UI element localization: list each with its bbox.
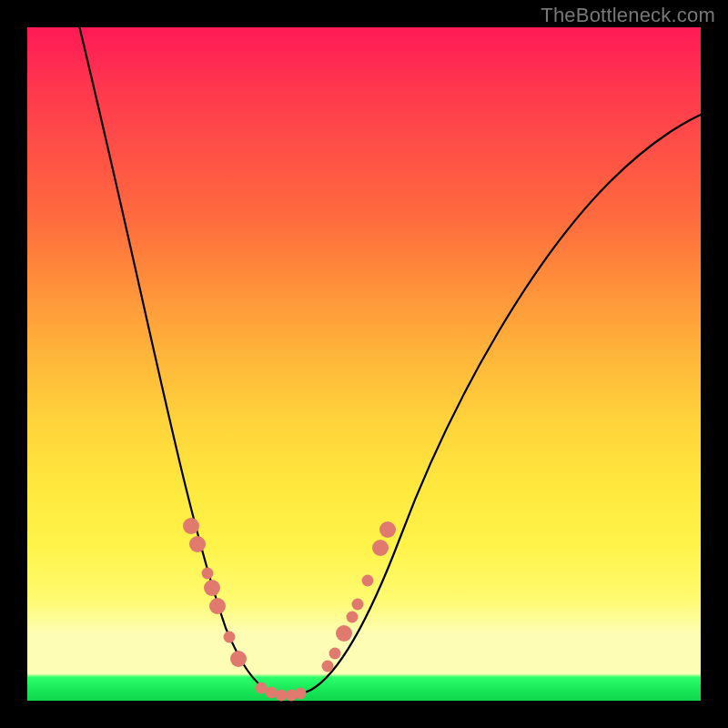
marker-left-6 — [230, 651, 247, 667]
marker-trough-4 — [295, 688, 307, 700]
marker-trough-1 — [266, 687, 278, 699]
marker-right-3 — [347, 612, 359, 623]
marker-right-6 — [372, 540, 389, 556]
marker-right-2 — [336, 625, 352, 642]
marker-right-0 — [322, 661, 334, 672]
watermark-text: TheBottleneck.com — [541, 4, 715, 27]
marker-left-4 — [209, 598, 226, 614]
marker-left-3 — [204, 580, 220, 596]
marker-right-1 — [329, 648, 341, 660]
marker-left-1 — [189, 536, 206, 552]
marker-right-5 — [362, 575, 374, 587]
marker-left-5 — [224, 632, 236, 643]
marker-group — [183, 518, 396, 702]
marker-left-0 — [183, 518, 199, 534]
curve-svg — [27, 27, 701, 701]
marker-right-4 — [352, 599, 364, 611]
chart-frame: TheBottleneck.com — [0, 0, 728, 728]
marker-right-7 — [379, 521, 396, 538]
bottleneck-curve — [77, 18, 705, 695]
marker-left-2 — [202, 568, 214, 580]
